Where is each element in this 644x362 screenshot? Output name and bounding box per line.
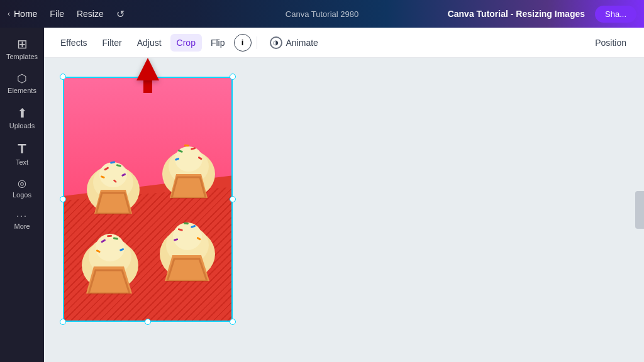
top-navigation: ‹ Home File Resize ↺ Canva Tutorial 2980… xyxy=(0,0,644,28)
sidebar: ⊞ Templates ⬡ Elements ⬆ Uploads T Text … xyxy=(0,28,44,362)
text-icon: T xyxy=(18,142,26,156)
info-button[interactable]: i xyxy=(234,34,252,52)
canvas-area xyxy=(44,58,644,362)
handle-top-right[interactable] xyxy=(230,74,236,80)
sidebar-more-label: More xyxy=(14,222,30,230)
image-toolbar: Effects Filter Adjust Crop Flip i ◑ Anim… xyxy=(44,28,644,58)
sidebar-item-logos[interactable]: ◎ Logos xyxy=(3,173,42,204)
sidebar-logos-label: Logos xyxy=(13,191,31,199)
nav-right-area: Canva Tutorial - Resizing Images Sha... xyxy=(448,6,636,23)
canva-tutorial-title: Canva Tutorial - Resizing Images xyxy=(448,9,585,19)
sidebar-item-templates[interactable]: ⊞ Templates xyxy=(3,33,42,65)
handle-middle-right[interactable] xyxy=(230,196,236,202)
handle-middle-left[interactable] xyxy=(60,196,66,202)
uploads-icon: ⬆ xyxy=(17,107,28,119)
arrow-up-icon xyxy=(136,58,159,80)
sidebar-templates-label: Templates xyxy=(6,53,38,60)
sidebar-item-uploads[interactable]: ⬆ Uploads xyxy=(3,102,42,134)
filter-button[interactable]: Filter xyxy=(96,34,128,52)
sidebar-item-elements[interactable]: ⬡ Elements xyxy=(3,68,42,99)
back-chevron-icon: ‹ xyxy=(8,9,10,18)
home-nav-item[interactable]: ‹ Home xyxy=(8,9,37,19)
home-label[interactable]: Home xyxy=(14,9,37,19)
svg-point-19 xyxy=(96,234,125,261)
svg-point-27 xyxy=(173,222,202,250)
sidebar-item-text[interactable]: T Text xyxy=(3,137,42,171)
document-title[interactable]: Canva Tutorial 2980 xyxy=(286,9,358,19)
cupcakes-svg xyxy=(63,77,233,322)
adjust-button[interactable]: Adjust xyxy=(131,34,168,52)
sidebar-item-more[interactable]: ··· More xyxy=(3,206,42,235)
share-button[interactable]: Sha... xyxy=(595,6,636,23)
crop-button[interactable]: Crop xyxy=(170,34,202,52)
effects-button[interactable]: Effects xyxy=(54,34,94,52)
handle-bottom-right[interactable] xyxy=(230,319,236,325)
handle-bottom-left[interactable] xyxy=(60,319,66,325)
file-menu[interactable]: File xyxy=(50,9,64,19)
animate-button[interactable]: ◑ Animate xyxy=(262,33,326,53)
sidebar-elements-label: Elements xyxy=(8,87,36,94)
templates-icon: ⊞ xyxy=(17,38,28,50)
animate-icon: ◑ xyxy=(270,36,282,49)
arrow-annotation xyxy=(136,58,159,93)
elements-icon: ⬡ xyxy=(17,73,27,84)
toolbar-divider xyxy=(257,36,257,49)
resize-menu[interactable]: Resize xyxy=(77,9,104,19)
handle-top-left[interactable] xyxy=(60,74,66,80)
main-area: ⊞ Templates ⬡ Elements ⬆ Uploads T Text … xyxy=(0,28,644,362)
more-icon: ··· xyxy=(16,211,28,220)
sidebar-text-label: Text xyxy=(16,158,28,166)
sidebar-uploads-label: Uploads xyxy=(9,122,35,129)
flip-button[interactable]: Flip xyxy=(204,34,231,52)
cupcake-image xyxy=(63,77,233,322)
undo-icon[interactable]: ↺ xyxy=(116,8,125,20)
arrow-stem xyxy=(143,80,152,93)
position-button[interactable]: Position xyxy=(587,34,634,52)
svg-rect-14 xyxy=(184,145,189,147)
panel-resize-handle[interactable] xyxy=(635,191,644,229)
handle-bottom-middle[interactable] xyxy=(145,319,151,325)
selected-image-container[interactable] xyxy=(63,77,233,322)
logos-icon: ◎ xyxy=(18,178,26,189)
content-wrapper: Effects Filter Adjust Crop Flip i ◑ Anim… xyxy=(44,28,644,362)
